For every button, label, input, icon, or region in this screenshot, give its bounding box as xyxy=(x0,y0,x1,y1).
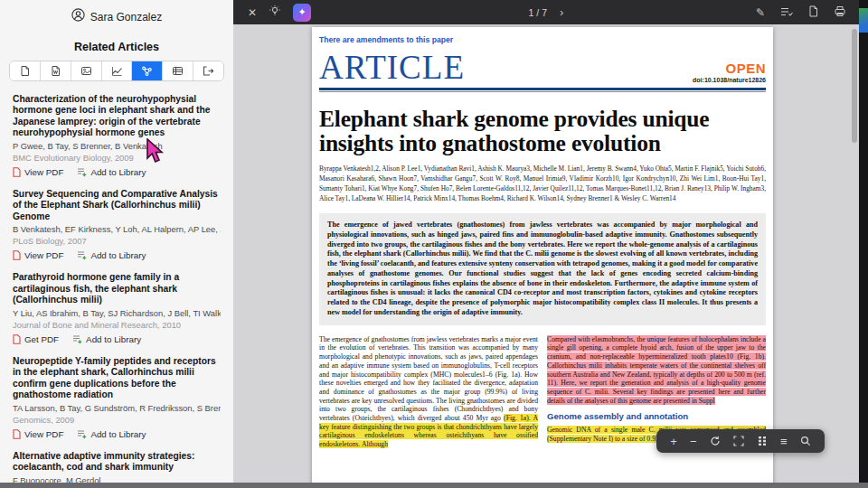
annotate-pencil-icon[interactable]: ✎ xyxy=(756,7,765,18)
article-journal: Journal of Bone and Mineral Research, 20… xyxy=(13,320,221,330)
get-pdf-link[interactable]: Get PDF xyxy=(13,334,59,344)
pdf-page[interactable]: There are amendments to this paper ARTIC… xyxy=(312,27,773,488)
add-to-library-link[interactable]: Add to Library xyxy=(77,429,146,439)
section-title: Related Articles xyxy=(0,41,233,53)
list-item[interactable]: Parathyroid hormone gene family in a car… xyxy=(13,272,221,344)
add-icon xyxy=(77,167,87,177)
article-journal: Genomics, 2009 xyxy=(13,415,221,425)
article-title: Survey Sequencing and Comparative Analys… xyxy=(13,189,221,222)
pdf-icon xyxy=(13,334,21,344)
fit-screen-icon[interactable] xyxy=(733,436,744,446)
article-journal: BMC Evolutionary Biology, 2009 xyxy=(13,153,221,163)
zoom-out-icon[interactable]: − xyxy=(690,436,697,447)
word-file-icon[interactable] xyxy=(41,61,71,80)
outline-icon[interactable]: ≡ xyxy=(780,436,788,447)
background-window-sliver xyxy=(859,8,868,33)
pdf-icon xyxy=(13,250,21,260)
format-toolbar xyxy=(9,61,224,81)
search-icon[interactable] xyxy=(800,436,811,446)
pdf-file-icon[interactable] xyxy=(10,61,41,80)
vertical-scrollbar[interactable] xyxy=(852,29,857,143)
viewer-toolbar: ✕ ✦ 1 / 7 › ✎ xyxy=(233,0,859,24)
list-item[interactable]: Neuropeptide Y-family peptides and recep… xyxy=(13,356,221,439)
body-text: The emergence of gnathostomes from jawle… xyxy=(319,335,538,422)
user-account[interactable]: Sara Gonzalez xyxy=(0,0,233,25)
mouse-cursor xyxy=(145,138,166,169)
article-authors: B Venkatesh, EF Kirkness, Y Loh, AL Halp… xyxy=(13,224,221,234)
add-icon xyxy=(77,250,87,260)
article-authors: F Buonocore, M Gerdol xyxy=(13,475,221,483)
article-title: Characterization of the neurohypophysial… xyxy=(13,94,221,138)
pdf-viewer: ✕ ✦ 1 / 7 › ✎ xyxy=(233,0,859,488)
section-heading: Genome assembly and annotation xyxy=(547,411,766,422)
list-item[interactable]: Alternative adaptive immunity strategies… xyxy=(13,451,221,483)
list-item[interactable]: Characterization of the neurohypophysial… xyxy=(13,94,221,177)
paper-title: Elephant shark genome provides unique in… xyxy=(319,107,766,155)
paper-author-list: Byrappa Venkatesh1,2, Alison P. Lee1, Vy… xyxy=(319,164,766,203)
print-icon[interactable] xyxy=(834,5,846,21)
list-item[interactable]: Survey Sequencing and Comparative Analys… xyxy=(13,189,221,261)
view-pdf-link[interactable]: View PDF xyxy=(13,429,63,439)
user-avatar-icon xyxy=(71,8,85,25)
add-icon xyxy=(77,429,87,439)
view-pdf-link[interactable]: View PDF xyxy=(13,250,63,260)
article-title: Parathyroid hormone gene family in a car… xyxy=(13,272,221,305)
thumbnail-grid-icon[interactable] xyxy=(758,436,768,446)
chart-icon[interactable] xyxy=(102,61,133,80)
bottom-edge-band xyxy=(0,483,868,488)
article-journal: PLoS Biology, 2007 xyxy=(13,236,221,246)
pdf-zoom-toolbar: + − ≡ xyxy=(656,429,825,453)
masthead-rule xyxy=(319,88,766,92)
paper-abstract: The emergence of jawed vertebrates (gnat… xyxy=(319,213,766,325)
left-column: The emergence of gnathostomes from jawle… xyxy=(319,335,538,449)
related-graph-icon[interactable] xyxy=(132,61,163,80)
pink-highlight[interactable]: Compared with elasmobranchs, the unique … xyxy=(547,335,766,405)
image-icon[interactable] xyxy=(71,61,102,80)
table-icon[interactable] xyxy=(163,61,193,80)
page-indicator: 1 / 7 xyxy=(529,7,547,18)
related-articles-sidebar: Sara Gonzalez Related Articles xyxy=(0,0,233,483)
article-authors: TA Larsson, B Tay, G Sundström, R Fredri… xyxy=(13,403,221,413)
app-window: Sara Gonzalez Related Articles xyxy=(0,0,868,488)
add-to-library-link[interactable]: Add to Library xyxy=(77,167,146,177)
highlight-bulb-icon[interactable] xyxy=(269,5,281,21)
amendments-link[interactable]: There are amendments to this paper xyxy=(319,35,766,44)
zoom-in-icon[interactable]: + xyxy=(670,436,677,447)
next-page-icon[interactable]: › xyxy=(560,6,563,18)
document-info-icon[interactable] xyxy=(808,5,818,21)
open-access-badge: OPEN xyxy=(693,61,766,76)
article-masthead: ARTICLE xyxy=(319,49,465,86)
add-icon xyxy=(72,334,82,344)
sparkle-icon: ✦ xyxy=(297,6,306,18)
window-edge xyxy=(859,0,868,488)
pdf-icon xyxy=(13,429,21,439)
ai-assistant-button[interactable]: ✦ xyxy=(293,4,311,22)
rotate-icon[interactable] xyxy=(710,436,721,446)
add-to-library-link[interactable]: Add to Library xyxy=(77,250,146,260)
user-name: Sara Gonzalez xyxy=(90,11,162,23)
article-authors: P Gwee, B Tay, S Brenner, B Venkatesh xyxy=(13,141,221,151)
export-icon[interactable] xyxy=(193,61,223,80)
close-icon[interactable]: ✕ xyxy=(248,7,257,18)
article-title: Neuropeptide Y-family peptides and recep… xyxy=(13,356,221,400)
article-list: Characterization of the neurohypophysial… xyxy=(13,94,221,483)
annotation-list-icon[interactable] xyxy=(780,5,793,21)
article-title: Alternative adaptive immunity strategies… xyxy=(13,451,221,474)
doi-text: doi:10.1038/nature12826 xyxy=(693,77,766,83)
view-pdf-link[interactable]: View PDF xyxy=(13,167,63,177)
pdf-icon xyxy=(13,167,21,177)
add-to-library-link[interactable]: Add to Library xyxy=(72,334,141,344)
article-authors: Y Liu, AS Ibrahim, B Tay, SJ Richardson,… xyxy=(13,308,221,318)
